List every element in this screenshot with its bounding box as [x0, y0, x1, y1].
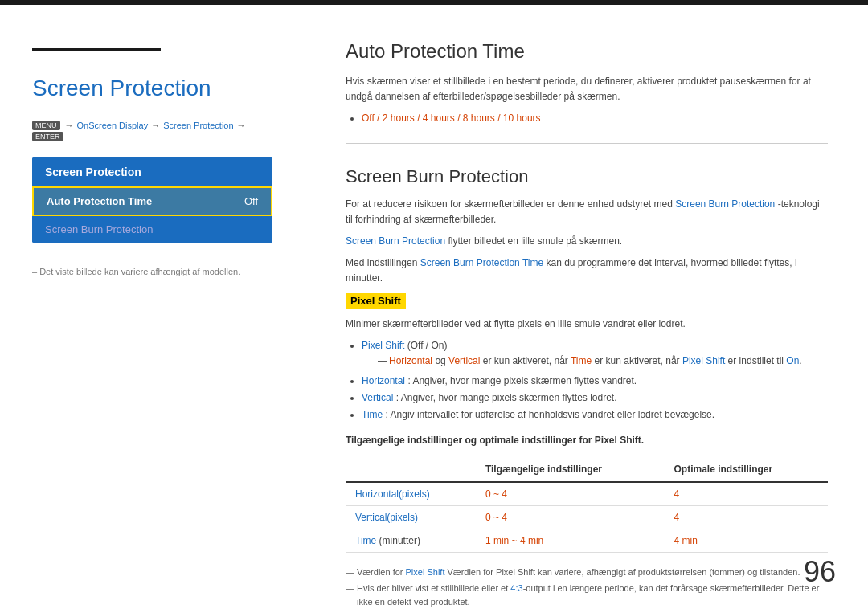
nav-item-auto-protection[interactable]: Auto Protection Time Off [32, 186, 272, 216]
row-horiz-label: Horizontal(pixels) [346, 482, 476, 506]
section1-options-list: Off / 2 hours / 4 hours / 8 hours / 10 h… [346, 111, 828, 126]
row-time-link: Time [355, 535, 376, 546]
bullet-pixel-shift-text: (Off / On) [407, 340, 448, 351]
page-number: 96 [804, 555, 836, 589]
bullet-horiz-text: : Angiver, hvor mange pixels skærmen fly… [407, 375, 637, 386]
bullet-vert-link: Vertical [362, 392, 393, 403]
note2: Hvis der bliver vist et stillbillede ell… [346, 582, 828, 608]
sub-mid: og [435, 355, 448, 366]
row-vert-range: 0 ~ 4 [476, 505, 665, 529]
table-row-vertical: Vertical(pixels) 0 ~ 4 4 [346, 505, 828, 529]
row-vert-label: Vertical(pixels) [346, 505, 476, 529]
bullet-time-text: : Angiv intervallet for udførelse af hen… [386, 409, 715, 420]
nav-item-auto-protection-value: Off [244, 195, 258, 207]
row-time-optimal: 4 min [665, 529, 829, 552]
nav-header: Screen Protection [32, 157, 272, 186]
menu-path: MENU → OnScreen Display → Screen Protect… [32, 121, 272, 141]
note1-text: Værdien for Pixel Shift kan variere, afh… [448, 567, 800, 577]
pixel-shift-label: Pixel Shift [346, 293, 406, 309]
note1-link: Pixel Shift [406, 567, 445, 577]
pixel-shift-bullets: Pixel Shift (Off / On) Horizontal og Ver… [346, 338, 828, 423]
row-vert-optimal: 4 [665, 505, 829, 529]
sub-link-pixelshift: Pixel Shift [682, 355, 725, 366]
bullet-vertical: Vertical : Angiver, hvor mange pixels sk… [362, 390, 828, 406]
note1: Værdien for Pixel Shift Værdien for Pixe… [346, 566, 828, 579]
left-top-bar-decoration [32, 48, 161, 51]
notes-list: Værdien for Pixel Shift Værdien for Pixe… [346, 566, 828, 613]
section1-options-text: Off / 2 hours / 4 hours / 8 hours / 10 h… [362, 112, 541, 124]
menu-onscreen-display: OnScreen Display [77, 121, 149, 130]
left-panel: Screen Protection MENU → OnScreen Displa… [0, 0, 305, 613]
sub-text: er kun aktiveret, når [483, 355, 571, 366]
menu-icon: MENU [32, 121, 60, 130]
section2-body1-text: For at reducere risikoen for skærmefterb… [346, 198, 673, 210]
section-screen-burn: Screen Burn Protection For at reducere r… [346, 166, 828, 613]
pixel-shift-body: Minimer skærmefterbilleder ved at flytte… [346, 317, 828, 332]
table-header-available: Tilgængelige indstillinger [476, 457, 665, 482]
left-panel-title: Screen Protection [32, 76, 272, 101]
nav-item-screen-burn[interactable]: Screen Burn Protection [32, 216, 272, 243]
pixel-shift-table: Tilgængelige indstillinger Optimale inds… [346, 457, 828, 553]
sub-text2: er kun aktiveret, når [595, 355, 682, 366]
bullet-horizontal: Horizontal : Angiver, hvor mange pixels … [362, 374, 828, 389]
divider1 [346, 143, 828, 144]
nav-item-screen-burn-label: Screen Burn Protection [45, 223, 153, 235]
sub-link-vert: Vertical [448, 355, 480, 366]
section2-link3: Screen Burn Protection Time [420, 257, 543, 268]
row-horiz-optimal: 4 [665, 482, 829, 506]
section2-body3-prefix: Med indstillingen [346, 257, 420, 268]
subbullet-horiz-vert-time: Horizontal og Vertical er kun aktiveret,… [378, 353, 828, 369]
section2-link1: Screen Burn Protection [675, 198, 775, 210]
pixel-shift-subbullets: Horizontal og Vertical er kun aktiveret,… [362, 353, 828, 369]
menu-screen-protection: Screen Protection [163, 121, 233, 130]
sub-link-horiz: Horizontal [389, 355, 432, 366]
section1-options: Off / 2 hours / 4 hours / 8 hours / 10 h… [362, 111, 828, 126]
pixel-shift-highlight: Pixel Shift [346, 293, 828, 317]
section2-body3: Med indstillingen Screen Burn Protection… [346, 255, 828, 286]
section1-body1: Hvis skærmen viser et stillbillede i en … [346, 74, 828, 104]
table-intro: Tilgængelige indstillinger og optimale i… [346, 435, 828, 446]
sub-text3: er indstillet til [728, 355, 787, 366]
arrow3: → [237, 121, 246, 130]
nav-item-auto-protection-label: Auto Protection Time [47, 195, 152, 207]
nav-box: Screen Protection Auto Protection Time O… [32, 157, 272, 243]
table-header-optimal: Optimale indstillinger [665, 457, 829, 482]
row-time-range: 1 min ~ 4 min [476, 529, 665, 552]
row-horiz-link: Horizontal [355, 488, 399, 500]
sub-link-on: On [786, 355, 799, 366]
bullet-vert-text: : Angiver, hvor mange pixels skærmen fly… [396, 392, 617, 403]
section-auto-protection: Auto Protection Time Hvis skærmen viser … [346, 40, 828, 127]
section1-title: Auto Protection Time [346, 40, 828, 63]
section2-body2-text: flytter billedet en lille smule på skærm… [448, 235, 622, 247]
bullet-horiz-link: Horizontal [362, 375, 405, 386]
row-time-label: Time (minutter) [346, 529, 476, 552]
arrow1: → [65, 121, 74, 130]
arrow2: → [151, 121, 160, 130]
section2-title: Screen Burn Protection [346, 166, 828, 187]
row-horiz-range: 0 ~ 4 [476, 482, 665, 506]
enter-icon: ENTER [32, 132, 63, 141]
bullet-pixel-shift-onoff: Pixel Shift (Off / On) Horizontal og Ver… [362, 338, 828, 369]
right-panel: Auto Protection Time Hvis skærmen viser … [305, 0, 868, 613]
bullet-time-link: Time [362, 409, 383, 420]
note2-link1: 4:3 [510, 583, 522, 593]
section2-link2: Screen Burn Protection [346, 235, 445, 247]
table-header-empty [346, 457, 476, 482]
section2-body2: Screen Burn Protection flytter billedet … [346, 234, 828, 249]
bullet-pixel-shift-link: Pixel Shift [362, 340, 404, 351]
row-vert-link: Vertical [355, 512, 387, 523]
sub-link-time: Time [571, 355, 592, 366]
bullet-time: Time : Angiv intervallet for udførelse a… [362, 407, 828, 423]
table-row-horizontal: Horizontal(pixels) 0 ~ 4 4 [346, 482, 828, 506]
left-note: – Det viste billede kan variere afhængig… [32, 267, 272, 276]
section2-body1: For at reducere risikoen for skærmefterb… [346, 197, 828, 227]
table-row-time: Time (minutter) 1 min ~ 4 min 4 min [346, 529, 828, 552]
